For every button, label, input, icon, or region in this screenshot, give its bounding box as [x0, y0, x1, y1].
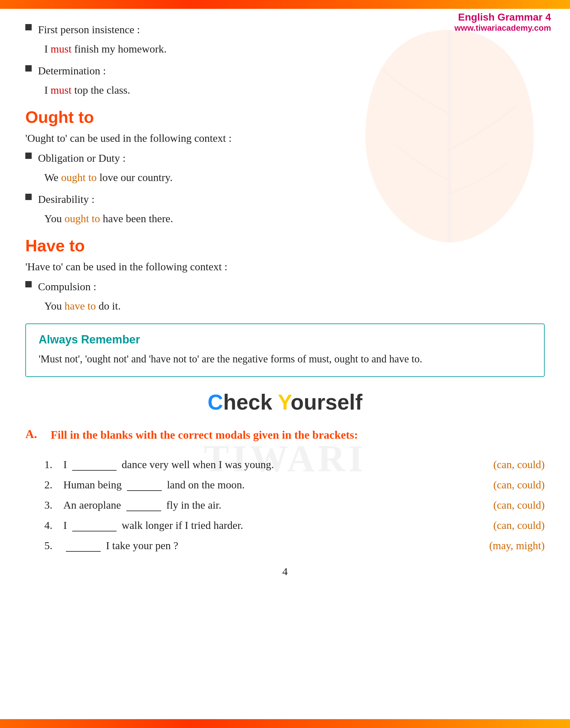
- ought-bullet-2: Desirability :: [25, 191, 545, 207]
- exercise-row-1: 1. I dance very well when I was young. (…: [25, 458, 545, 471]
- bullet-icon-5: [25, 281, 32, 287]
- check-yourself-section: Check Yourself: [25, 390, 545, 414]
- bullet-icon-4: [25, 194, 32, 200]
- top-bar: [0, 0, 570, 9]
- ex-text-5: I take your pen ?: [63, 539, 477, 552]
- ex-num-1: 1.: [44, 459, 63, 471]
- exercise-a-header: A. Fill in the blanks with the correct m…: [25, 427, 545, 452]
- ex-text-4: I walk longer if I tried harder.: [63, 519, 481, 532]
- ex-blank-1: [72, 458, 116, 471]
- have-label-1: Compulsion :: [38, 278, 96, 295]
- ex-text-3: An aeroplane fly in the air.: [63, 499, 481, 511]
- ought-bullet-1: Obligation or Duty :: [25, 150, 545, 166]
- have-example-1: You have to do it.: [44, 298, 545, 314]
- must-label-2: Determination :: [38, 63, 106, 79]
- ex-text-1: I dance very well when I was young.: [63, 458, 481, 471]
- remember-title: Always Remember: [39, 333, 531, 346]
- remember-box: Always Remember 'Must not', 'ought not' …: [25, 323, 545, 377]
- check-yourself-title: Check Yourself: [208, 390, 362, 414]
- ex-options-2: (can, could): [493, 479, 545, 491]
- ex-blank-2: [127, 478, 162, 491]
- have-to-desc: 'Have to' can be used in the following c…: [25, 261, 545, 273]
- ex-options-3: (can, could): [493, 499, 545, 511]
- exercise-row-3: 3. An aeroplane fly in the air. (can, co…: [25, 499, 545, 511]
- ought-label-2: Desirability :: [38, 191, 94, 207]
- have-bullet-1: Compulsion :: [25, 278, 545, 295]
- exercise-row-4: 4. I walk longer if I tried harder. (can…: [25, 519, 545, 532]
- ex-num-5: 5.: [44, 540, 63, 552]
- ex-blank-4: [72, 519, 116, 532]
- ex-blank-5: [66, 539, 101, 552]
- brand-title: English Grammar 4: [455, 11, 551, 23]
- bullet-icon-1: [25, 24, 32, 30]
- ex-text-2: Human being land on the moon.: [63, 478, 481, 491]
- exercise-a-letter: A.: [25, 427, 51, 441]
- have-to-heading: Have to: [25, 236, 545, 255]
- ought-label-1: Obligation or Duty :: [38, 150, 126, 166]
- ought-example-2: You ought to have been there.: [44, 210, 545, 227]
- must-label-1: First person insistence :: [38, 22, 140, 38]
- bullet-icon-3: [25, 152, 32, 159]
- bottom-bar: [0, 719, 570, 728]
- ought-to-desc: 'Ought to' can be used in the following …: [25, 132, 545, 144]
- remember-text: 'Must not', 'ought not' and 'have not to…: [39, 351, 531, 368]
- check-y: Y: [278, 390, 290, 414]
- ex-options-1: (can, could): [493, 459, 545, 471]
- ex-num-2: 2.: [44, 479, 63, 491]
- bullet-icon-2: [25, 65, 32, 72]
- ought-to-heading: Ought to: [25, 108, 545, 127]
- exercise-instruction: Fill in the blanks with the correct moda…: [51, 427, 358, 443]
- ought-example-1: We ought to love our country.: [44, 169, 545, 185]
- ex-num-4: 4.: [44, 520, 63, 532]
- must-bullet-2: Determination :: [25, 63, 545, 79]
- brand-url: www.tiwariacademy.com: [455, 23, 551, 33]
- page-number: 4: [25, 559, 545, 594]
- check-c: C: [208, 390, 223, 414]
- ex-num-3: 3.: [44, 499, 63, 511]
- must-example-1: I must finish my homework.: [44, 41, 545, 57]
- must-example-2: I must top the class.: [44, 82, 545, 98]
- main-content: First person insistence : I must finish …: [0, 12, 570, 613]
- ex-options-5: (may, might): [489, 540, 545, 552]
- exercise-row-5: 5. I take your pen ? (may, might): [25, 539, 545, 552]
- exercise-row-2: 2. Human being land on the moon. (can, c…: [25, 478, 545, 491]
- brand-header: English Grammar 4 www.tiwariacademy.com: [455, 11, 551, 33]
- ex-options-4: (can, could): [493, 520, 545, 532]
- ex-blank-3: [126, 499, 161, 511]
